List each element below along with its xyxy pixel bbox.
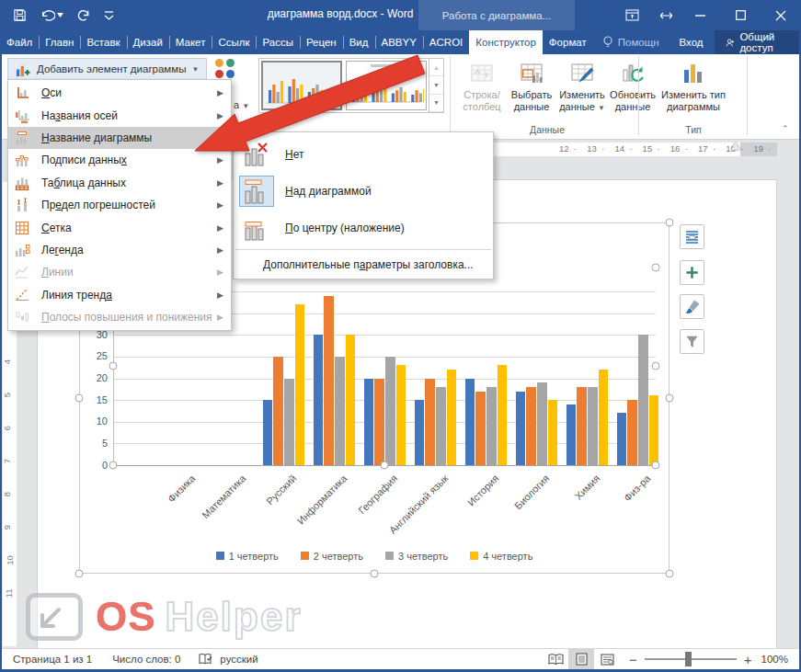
bar-2-четверть[interactable] <box>577 387 587 465</box>
tab-формат[interactable]: Формат <box>543 30 593 54</box>
tab-abbyy[interactable]: ABBYY <box>375 30 423 54</box>
chart-style-thumbnail-2[interactable] <box>346 61 427 110</box>
selection-handle[interactable] <box>652 264 660 272</box>
tell-me-help[interactable]: Помощн <box>593 30 669 54</box>
selection-handle[interactable] <box>666 219 674 227</box>
selection-handle[interactable] <box>75 394 84 403</box>
zoom-in-button[interactable]: + <box>744 652 752 667</box>
bar-3-четверть[interactable] <box>537 382 547 465</box>
selection-handle[interactable] <box>666 570 674 578</box>
word-count[interactable]: Число слов: 0 <box>112 654 180 665</box>
gallery-down-icon[interactable]: ▼ <box>429 76 443 94</box>
submenu-item-none[interactable]: Нет <box>234 136 493 173</box>
bar-3-четверть[interactable] <box>284 379 294 466</box>
bar-2-четверть[interactable] <box>374 379 384 466</box>
menu-item-gridlines[interactable]: Сетка▶ <box>8 216 231 238</box>
bar-3-четверть[interactable] <box>638 335 648 465</box>
bar-4-четверть[interactable] <box>498 365 508 465</box>
menu-item-legend[interactable]: Легенда▶ <box>8 239 231 261</box>
gallery-up-icon[interactable]: ▲ <box>429 59 443 76</box>
chart-legend[interactable]: 1 четверть2 четверть3 четверть4 четверть <box>79 551 669 562</box>
page-count[interactable]: Страница 1 из 1 <box>13 654 92 665</box>
bar-1-четверть[interactable] <box>364 379 374 466</box>
legend-item[interactable]: 1 четверть <box>216 551 279 562</box>
selection-handle[interactable] <box>75 570 84 578</box>
sign-in-button[interactable]: Вход <box>669 30 715 54</box>
bar-1-четверть[interactable] <box>263 400 273 465</box>
bar-4-четверть[interactable] <box>396 365 406 465</box>
menu-item-axes[interactable]: Оси▶ <box>8 82 231 104</box>
layout-options-button[interactable] <box>680 224 704 249</box>
legend-item[interactable]: 2 четверть <box>301 551 363 562</box>
legend-item[interactable]: 4 четверть <box>470 551 532 562</box>
bar-4-четверть[interactable] <box>649 395 659 465</box>
submenu-item-above-chart[interactable]: Над диаграммой <box>234 173 493 210</box>
selection-handle[interactable] <box>371 570 379 578</box>
legend-item[interactable]: 3 четверть <box>385 551 448 562</box>
language-indicator[interactable]: русский <box>220 654 257 665</box>
edit-data-button[interactable]: Изменитьданные ▼ <box>557 58 607 114</box>
gallery-more-icon[interactable]: ▼ <box>429 95 443 112</box>
menu-item-error-bars[interactable]: Предел погрешностей▶ <box>8 194 231 216</box>
ribbon-display-options-icon[interactable] <box>612 0 652 30</box>
bar-2-четверть[interactable] <box>526 387 536 465</box>
print-layout-icon[interactable] <box>568 649 594 669</box>
chart-elements-button[interactable] <box>680 260 704 285</box>
chart-filters-button[interactable] <box>680 329 704 354</box>
selection-handle[interactable] <box>109 362 118 370</box>
chart-styles-button[interactable] <box>680 294 704 319</box>
tab-вставк[interactable]: Вставк <box>80 30 126 54</box>
bar-1-четверть[interactable] <box>617 413 627 465</box>
save-icon[interactable] <box>13 8 27 22</box>
quick-layout-fragment[interactable]: а ▼ <box>234 99 249 110</box>
selection-handle[interactable] <box>381 461 389 470</box>
bar-4-четверть[interactable] <box>447 370 457 465</box>
tab-макет[interactable]: Макет <box>169 30 212 54</box>
close-icon[interactable] <box>761 0 801 30</box>
change-colors-icon[interactable] <box>215 59 235 79</box>
tab-конструктор[interactable]: Конструктор <box>469 30 543 54</box>
bar-4-четверть[interactable] <box>548 400 558 465</box>
minimize-icon[interactable] <box>680 0 720 30</box>
bar-3-четверть[interactable] <box>486 387 497 465</box>
bar-1-четверть[interactable] <box>465 379 475 466</box>
select-data-button[interactable]: Выбратьданные <box>507 58 556 113</box>
redo-icon[interactable] <box>76 8 91 22</box>
bar-1-четверть[interactable] <box>314 335 324 465</box>
proofing-icon[interactable] <box>199 653 212 666</box>
share-button[interactable]: Общий доступ <box>715 30 801 54</box>
menu-item-data-table[interactable]: Таблица данных▶ <box>8 172 231 194</box>
menu-item-trendline[interactable]: Линия тренда▶ <box>8 284 231 306</box>
tab-файл[interactable]: Файл <box>0 30 39 54</box>
tab-рецен[interactable]: Рецен <box>300 30 343 54</box>
bar-4-четверть[interactable] <box>346 335 356 465</box>
zoom-out-button[interactable]: − <box>629 652 637 667</box>
add-chart-element-button[interactable]: Добавить элемент диаграммы ▼ <box>7 58 207 80</box>
right-indent-marker[interactable] <box>731 142 740 150</box>
zoom-slider[interactable] <box>645 658 737 660</box>
bar-2-четверть[interactable] <box>475 392 486 465</box>
selection-handle[interactable] <box>652 461 660 470</box>
tab-acroi[interactable]: ACROI <box>423 30 469 54</box>
submenu-item-centered-overlay[interactable]: По центру (наложение) <box>234 210 493 246</box>
bar-4-четверть[interactable] <box>295 304 305 465</box>
chart-style-thumbnail-1[interactable] <box>261 61 342 110</box>
tab-дизай[interactable]: Дизай <box>127 30 169 54</box>
zoom-level[interactable]: 100% <box>761 654 788 665</box>
bar-3-четверть[interactable] <box>385 357 395 465</box>
bar-3-четверть[interactable] <box>588 387 598 465</box>
tab-главн[interactable]: Главн <box>39 30 80 54</box>
selection-handle[interactable] <box>109 461 118 470</box>
menu-item-chart-title[interactable]: Название диаграммы▶ <box>8 127 231 149</box>
zoom-slider-thumb[interactable] <box>685 652 692 666</box>
selection-handle[interactable] <box>652 362 660 370</box>
collapse-ribbon-icon[interactable]: ⌃ <box>782 124 789 133</box>
bar-3-четверть[interactable] <box>335 357 345 465</box>
web-layout-icon[interactable] <box>594 649 620 669</box>
bar-3-четверть[interactable] <box>436 387 446 465</box>
bar-1-четверть[interactable] <box>516 392 526 465</box>
bar-1-четверть[interactable] <box>415 400 425 465</box>
tab-вид[interactable]: Вид <box>343 30 375 54</box>
refresh-data-button[interactable]: Обновитьданные <box>608 58 658 113</box>
bar-1-четверть[interactable] <box>566 404 577 465</box>
